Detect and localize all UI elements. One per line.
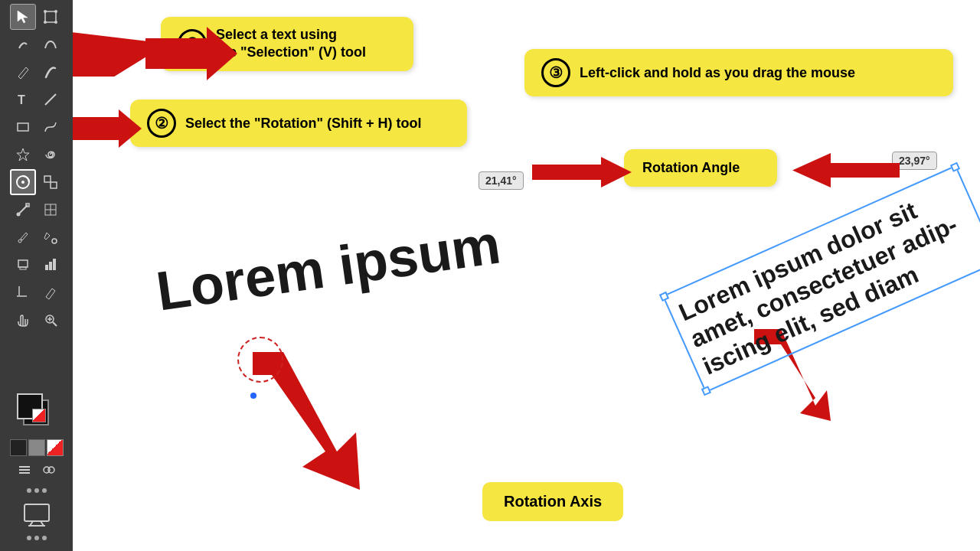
main-canvas: ① Select a text usingthe "Selection" (V)… <box>73 0 980 551</box>
color-section <box>10 392 64 543</box>
svg-text:T: T <box>18 93 25 106</box>
gradient-tool[interactable] <box>10 197 36 223</box>
arrow-step2-big <box>73 106 142 152</box>
step-2-circle: ② <box>147 109 176 138</box>
instruction-box-2: ② Select the "Rotation" (Shift + H) tool <box>130 99 467 147</box>
bezier-tool[interactable] <box>38 114 64 140</box>
rotation-circle <box>237 337 283 383</box>
svg-rect-38 <box>24 504 49 521</box>
angle-value-left: 21,41° <box>479 171 524 190</box>
svg-point-37 <box>48 467 54 473</box>
lorem-ipsum-main: Lorem ipsum <box>152 212 504 322</box>
svg-rect-13 <box>44 176 51 182</box>
text-tool[interactable]: T <box>10 86 36 112</box>
svg-point-12 <box>21 181 24 184</box>
svg-marker-44 <box>73 109 142 148</box>
arrow-to-rotation-angle-right <box>792 149 900 191</box>
transform-tool[interactable] <box>38 169 64 195</box>
svg-marker-1 <box>45 11 56 22</box>
svg-rect-26 <box>53 259 56 270</box>
smooth-tool[interactable] <box>38 31 64 57</box>
monitor-icon[interactable] <box>20 499 54 533</box>
svg-rect-24 <box>45 265 48 270</box>
svg-point-2 <box>44 10 47 13</box>
clone-icon[interactable] <box>38 459 60 481</box>
svg-rect-22 <box>18 260 28 267</box>
arrow-step1-big <box>145 23 237 84</box>
svg-line-30 <box>53 322 57 326</box>
arrow-to-rotation-angle-left <box>532 153 632 191</box>
svg-point-15 <box>16 213 20 217</box>
eraser-tool[interactable] <box>38 279 64 305</box>
rotation-axis-label: Rotation Axis <box>504 493 602 510</box>
svg-marker-43 <box>145 27 237 80</box>
svg-point-21 <box>52 239 57 243</box>
rotation-axis-box: Rotation Axis <box>482 482 623 521</box>
none-indicator[interactable] <box>32 409 46 422</box>
layers-icon[interactable] <box>14 459 35 481</box>
swatch-row <box>10 439 64 456</box>
svg-marker-46 <box>532 157 632 187</box>
selection-tool[interactable] <box>10 4 36 30</box>
toolbar-sidebar: T <box>0 0 73 551</box>
svg-rect-25 <box>49 262 52 270</box>
node-tool[interactable] <box>38 4 64 30</box>
svg-rect-23 <box>20 267 26 269</box>
rotation-center-dot <box>250 393 256 399</box>
angle-value-left-text: 21,41° <box>485 174 517 187</box>
pencil-tool[interactable] <box>10 59 36 85</box>
line-tool[interactable] <box>38 86 64 112</box>
svg-rect-35 <box>19 472 30 474</box>
svg-point-20 <box>18 240 21 243</box>
stamp-tool[interactable] <box>10 252 36 278</box>
crop-tool[interactable] <box>10 279 36 305</box>
svg-rect-14 <box>51 182 57 188</box>
svg-marker-10 <box>17 148 29 161</box>
svg-line-8 <box>45 94 56 105</box>
svg-marker-0 <box>18 11 28 23</box>
instruction-2-text: Select the "Rotation" (Shift + H) tool <box>185 116 422 132</box>
svg-rect-9 <box>18 123 28 131</box>
dots-bottom <box>27 536 47 540</box>
spiral-tool[interactable] <box>38 142 64 168</box>
instruction-3-text: Left-click and hold as you drag the mous… <box>580 65 855 81</box>
svg-rect-34 <box>19 469 30 471</box>
dropper-tool[interactable] <box>10 224 36 250</box>
bottom-icons <box>14 459 60 481</box>
svg-point-5 <box>44 21 47 24</box>
paint-bucket[interactable] <box>38 224 64 250</box>
angle-value-right-text: 23,97° <box>899 155 930 167</box>
dots-indicator <box>27 488 47 493</box>
hand-tool[interactable] <box>10 307 36 333</box>
gray-swatch[interactable] <box>28 439 45 456</box>
mesh-tool[interactable] <box>38 197 64 223</box>
zoom-tool[interactable] <box>38 307 64 333</box>
svg-point-4 <box>54 21 57 24</box>
handle-bl <box>701 386 711 396</box>
chart-tool[interactable] <box>38 252 64 278</box>
svg-point-3 <box>54 10 57 13</box>
svg-marker-47 <box>792 153 900 187</box>
lorem-ipsum-text: Lorem ipsum <box>152 213 504 321</box>
rotate-tool[interactable] <box>10 169 36 195</box>
black-swatch[interactable] <box>10 439 27 456</box>
svg-line-6 <box>18 77 21 79</box>
step-3-circle: ③ <box>541 58 570 87</box>
handle-tl <box>659 292 669 302</box>
calligraphy-tool[interactable] <box>38 59 64 85</box>
instruction-box-3: ③ Left-click and hold as you drag the mo… <box>524 49 953 96</box>
star-tool[interactable] <box>10 142 36 168</box>
svg-rect-33 <box>19 466 30 468</box>
rect-tool[interactable] <box>10 114 36 140</box>
none-swatch[interactable] <box>47 439 64 456</box>
handle-tr <box>950 162 960 172</box>
rotation-angle-box: Rotation Angle <box>624 149 777 187</box>
rotation-angle-label: Rotation Angle <box>642 160 740 176</box>
instruction-1-text: Select a text usingthe "Selection" (V) t… <box>216 26 366 62</box>
tweak-tool[interactable] <box>10 31 36 57</box>
